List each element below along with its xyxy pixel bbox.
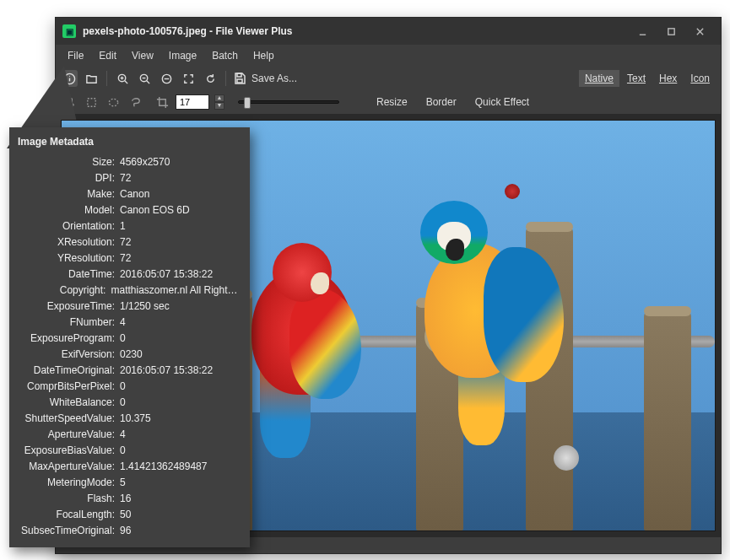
info-icon[interactable] [61,70,78,87]
zoom-spinner[interactable]: ▲▼ [214,94,224,110]
metadata-row: FNumber:4 [9,315,241,331]
svg-line-9 [124,80,127,83]
metadata-row: DateTimeOriginal:2016:05:07 15:38:22 [9,363,241,379]
svg-line-13 [146,80,149,83]
metadata-value: 10.375 [120,411,151,427]
menubar: File Edit View Image Batch Help [56,45,721,67]
metadata-key: FNumber: [9,315,115,331]
close-button[interactable] [685,22,714,40]
metadata-row: Orientation:1 [9,218,241,234]
svg-rect-17 [237,73,241,77]
app-icon: ▣ [62,24,76,38]
metadata-key: XResolution: [9,234,115,250]
metadata-value: 1/1250 sec [120,299,170,315]
metadata-value: Canon [120,186,149,202]
metadata-row: SubsecTimeOriginal:96 [9,523,241,539]
metadata-value: 1 [120,218,126,234]
metadata-row: DateTime:2016:05:07 15:38:22 [9,267,241,283]
app-window: ▣ pexels-photo-100576.jpeg - File Viewer… [55,17,722,554]
rotate-icon[interactable] [202,70,219,87]
metadata-row: FocalLength:50 [9,507,241,523]
metadata-key: ExposureTime: [9,299,115,315]
metadata-row: ExifVersion:0230 [9,347,241,363]
metadata-key: WhiteBalance: [9,395,115,411]
metadata-value: 72 [120,170,131,186]
border-button[interactable]: Border [419,94,463,110]
slider-thumb[interactable] [244,97,251,109]
view-text-button[interactable]: Text [621,70,652,87]
menu-view[interactable]: View [125,48,160,63]
metadata-value: 5 [120,475,126,491]
metadata-key: FocalLength: [9,507,115,523]
metadata-key: ComprBitsPerPixel: [9,379,115,395]
metadata-key: DateTime: [9,267,115,283]
metadata-value: 72 [120,234,131,250]
fullscreen-icon[interactable] [180,70,197,87]
metadata-row: MaxApertureValue:1.41421362489487 [9,459,241,475]
metadata-key: Copyright: [9,283,105,299]
metadata-row: ComprBitsPerPixel:0 [9,379,241,395]
view-icon-button[interactable]: Icon [684,70,716,87]
metadata-key: ExposureBiasValue: [9,443,115,459]
metadata-row: WhiteBalance:0 [9,395,241,411]
metadata-value: 0230 [120,347,143,363]
menu-file[interactable]: File [61,48,90,63]
lasso-icon[interactable] [127,94,143,110]
metadata-value: 0 [120,331,126,347]
metadata-value: matthiaszomer.nl All Rights Res [111,283,241,299]
metadata-row: YResolution:72 [9,250,241,267]
view-hex-button[interactable]: Hex [653,70,683,87]
metadata-key: Flash: [9,491,115,507]
open-folder-icon[interactable] [83,70,100,87]
zoom-in-icon[interactable] [114,70,131,87]
save-as-label: Save As... [251,73,297,84]
metadata-row: ExposureBiasValue:0 [9,443,241,459]
metadata-value: 4569x2570 [120,154,170,170]
metadata-value: 4 [120,315,126,331]
metadata-key: ExifVersion: [9,347,115,363]
svg-point-7 [68,75,69,76]
metadata-row: Model:Canon EOS 6D [9,202,241,218]
svg-rect-18 [237,79,242,83]
hand-icon[interactable] [61,94,78,110]
menu-batch[interactable]: Batch [205,48,245,63]
main-toolbar: Save As... Native Text Hex Icon [56,67,721,90]
resize-button[interactable]: Resize [370,94,414,110]
minimize-button[interactable] [628,22,657,40]
toolbar-divider [106,71,107,86]
metadata-value: 2016:05:07 15:38:22 [120,363,213,379]
metadata-panel: Image Metadata Size:4569x2570DPI:72Make:… [9,127,250,547]
metadata-row: Flash:16 [9,491,241,507]
zoom-input[interactable] [176,94,209,110]
zoom-out-icon[interactable] [136,70,153,87]
svg-rect-19 [87,98,95,105]
svg-rect-2 [668,28,673,34]
menu-help[interactable]: Help [246,48,281,63]
metadata-heading: Image Metadata [18,136,241,148]
crop-icon[interactable] [154,94,170,110]
save-as-button[interactable]: Save As... [233,72,297,85]
metadata-row: ApertureValue:4 [9,427,241,443]
view-native-button[interactable]: Native [579,70,619,87]
quick-effect-button[interactable]: Quick Effect [468,94,536,110]
save-icon [233,72,246,85]
menu-image[interactable]: Image [162,48,203,63]
select-rect-icon[interactable] [83,94,100,110]
metadata-key: Model: [9,202,115,218]
metadata-row: MeteringMode:5 [9,475,241,491]
metadata-row: Size:4569x2570 [9,154,241,170]
svg-point-20 [109,99,117,105]
select-ellipse-icon[interactable] [105,94,122,110]
maximize-button[interactable] [657,22,685,40]
zoom-reset-icon[interactable] [158,70,175,87]
metadata-row: ExposureProgram:0 [9,331,241,347]
metadata-key: ApertureValue: [9,427,115,443]
metadata-value: 0 [120,443,126,459]
metadata-row: XResolution:72 [9,234,241,250]
metadata-key: Orientation: [9,218,115,234]
metadata-key: YResolution: [9,250,115,267]
zoom-slider[interactable] [238,100,339,104]
titlebar: ▣ pexels-photo-100576.jpeg - File Viewer… [56,18,721,45]
metadata-key: DPI: [9,170,115,186]
menu-edit[interactable]: Edit [92,48,123,63]
